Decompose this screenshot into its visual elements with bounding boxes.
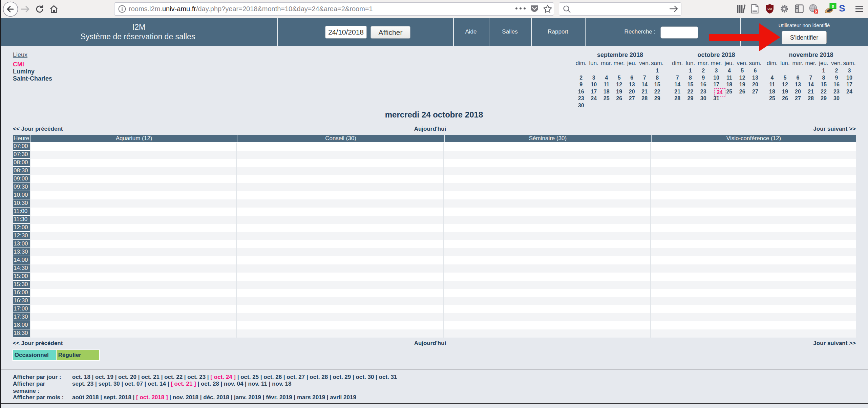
svg-text:0: 0 [832,4,834,9]
svg-text:UO: UO [767,7,772,10]
